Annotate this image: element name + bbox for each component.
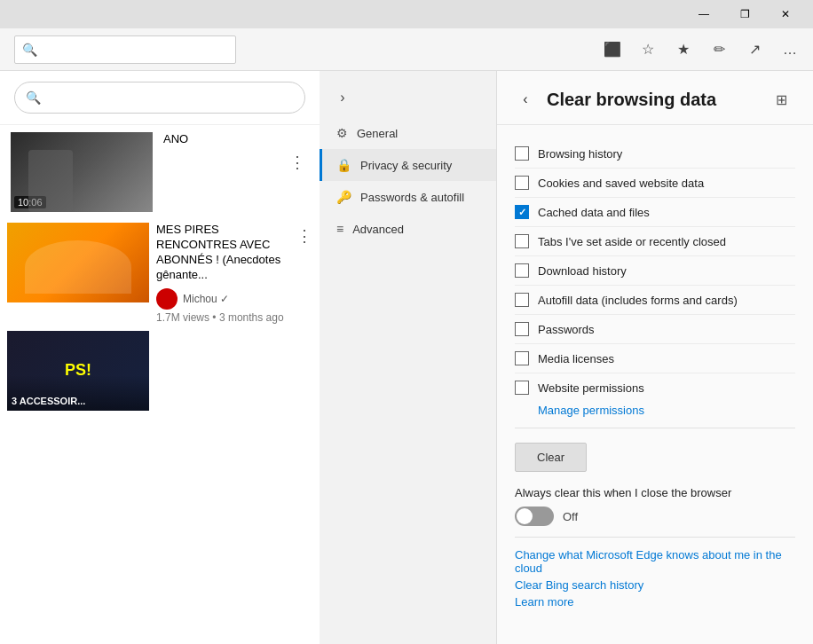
video-thumbnail[interactable]: PS! 3 ACCESSOIR... bbox=[7, 331, 149, 411]
links-section: Change what Microsoft Edge knows about m… bbox=[515, 548, 795, 609]
checkbox-8[interactable] bbox=[515, 381, 529, 395]
checkbox-label-3: Tabs I've set aside or recently closed bbox=[538, 235, 726, 248]
search-input[interactable]: 🔍 bbox=[14, 82, 305, 114]
checkbox-5[interactable] bbox=[515, 293, 529, 307]
panel-header: ‹ Clear browsing data ⊞ bbox=[497, 71, 813, 125]
panel-title: Clear browsing data bbox=[547, 90, 767, 110]
settings-sidebar: › ⚙General🔒Privacy & security🔑Passwords … bbox=[320, 71, 497, 644]
panel-back-button[interactable]: ‹ bbox=[511, 85, 540, 114]
channel-row: Michou ✓ bbox=[156, 288, 289, 310]
address-bar[interactable]: 🔍 bbox=[14, 35, 236, 64]
minimize-button[interactable]: — bbox=[683, 0, 724, 28]
toggle-section: Always clear this when I close the brows… bbox=[515, 486, 795, 526]
checkbox-item-4: Download history bbox=[515, 256, 795, 286]
video-stats: 1.7M views • 3 months ago bbox=[156, 311, 289, 324]
video-meta bbox=[156, 331, 312, 411]
checkbox-label-1: Cookies and saved website data bbox=[538, 177, 704, 190]
sidebar-item-passwords---autofill[interactable]: 🔑Passwords & autofill bbox=[320, 181, 496, 213]
main-content: 🔍 10:06 ANO ⋮ bbox=[0, 71, 813, 644]
list-item: 10:06 ANO ⋮ bbox=[0, 125, 320, 219]
more-options-icon[interactable]: ⋮ bbox=[289, 153, 305, 172]
panel-pin-button[interactable]: ⊞ bbox=[767, 85, 795, 114]
checkbox-item-5: Autofill data (includes forms and cards) bbox=[515, 286, 795, 315]
sidebar-nav: ⚙General🔒Privacy & security🔑Passwords & … bbox=[320, 117, 496, 245]
sidebar-icon: ≡ bbox=[336, 222, 343, 236]
checkbox-1[interactable] bbox=[515, 176, 529, 190]
sidebar-item-label: General bbox=[357, 127, 398, 140]
title-bar: — ❐ ✕ bbox=[0, 0, 813, 28]
video-title: MES PIRES RENCONTRES AVEC ABONNÉS ! (Ane… bbox=[156, 223, 289, 283]
favorites-icon[interactable]: ☆ bbox=[632, 34, 664, 66]
video-thumbnail[interactable] bbox=[7, 223, 149, 302]
checkbox-4[interactable] bbox=[515, 263, 529, 278]
checkbox-item-2: Cached data and files bbox=[515, 198, 795, 227]
clear-button[interactable]: Clear bbox=[515, 443, 587, 472]
learn-more-link[interactable]: Learn more bbox=[515, 595, 795, 609]
close-button[interactable]: ✕ bbox=[765, 0, 806, 28]
video-grid: 10:06 ANO ⋮ MES PIRES RENCONTRES AVEC AB… bbox=[0, 125, 320, 414]
more-options-icon[interactable]: ⋮ bbox=[296, 223, 312, 246]
video-meta: ANO ⋮ bbox=[163, 132, 309, 212]
collections-icon[interactable]: ★ bbox=[667, 34, 699, 66]
checkbox-item-1: Cookies and saved website data bbox=[515, 169, 795, 198]
checkbox-label-5: Autofill data (includes forms and cards) bbox=[538, 294, 738, 307]
browser-chrome: 🔍 ⬛ ☆ ★ ✏ ↗ … bbox=[0, 28, 813, 71]
clear-browsing-data-panel: ‹ Clear browsing data ⊞ Browsing history… bbox=[497, 71, 813, 644]
checkbox-7[interactable] bbox=[515, 351, 529, 365]
checkbox-item-0: Browsing history bbox=[515, 139, 795, 169]
toggle-knob bbox=[517, 508, 533, 524]
checkbox-item-8: Website permissions bbox=[515, 373, 795, 402]
sidebar-item-advanced[interactable]: ≡Advanced bbox=[320, 213, 496, 245]
always-clear-label: Always clear this when I close the brows… bbox=[515, 486, 795, 499]
sidebar-item-label: Passwords & autofill bbox=[360, 191, 464, 204]
checkbox-label-6: Passwords bbox=[538, 323, 595, 336]
divider bbox=[515, 428, 795, 428]
change-edge-data-link[interactable]: Change what Microsoft Edge knows about m… bbox=[515, 548, 795, 575]
toggle-row: Off bbox=[515, 507, 795, 526]
checkbox-2[interactable] bbox=[515, 205, 529, 219]
webpage-panel: 🔍 10:06 ANO ⋮ bbox=[0, 71, 320, 644]
sidebar-item-privacy---security[interactable]: 🔒Privacy & security bbox=[320, 149, 496, 181]
list-item: PS! 3 ACCESSOIR... bbox=[0, 327, 320, 414]
sidebar-icon: 🔑 bbox=[336, 190, 351, 204]
panel-body: Browsing historyCookies and saved websit… bbox=[497, 125, 813, 626]
sidebar-icon: ⚙ bbox=[336, 126, 348, 140]
search-bar-area: 🔍 bbox=[0, 71, 320, 125]
checkbox-6[interactable] bbox=[515, 322, 529, 336]
checkbox-3[interactable] bbox=[515, 234, 529, 248]
checkbox-label-8: Website permissions bbox=[538, 381, 644, 395]
checkbox-label-2: Cached data and files bbox=[538, 206, 650, 219]
share-icon[interactable]: ↗ bbox=[738, 34, 770, 66]
sidebar-icon: 🔒 bbox=[336, 158, 351, 172]
sidebar-collapse-button[interactable]: › bbox=[327, 82, 359, 114]
search-icon: 🔍 bbox=[22, 43, 37, 57]
sidebar-item-label: Advanced bbox=[352, 223, 404, 236]
checkbox-0[interactable] bbox=[515, 146, 529, 161]
sidebar-item-label: Privacy & security bbox=[360, 159, 452, 172]
sidebar-toggle-icon[interactable]: ⬛ bbox=[596, 34, 628, 66]
maximize-button[interactable]: ❐ bbox=[724, 0, 765, 28]
video-thumbnail[interactable]: 10:06 bbox=[11, 132, 153, 212]
divider-2 bbox=[515, 537, 795, 538]
video-title: ANO bbox=[163, 132, 309, 147]
video-meta: MES PIRES RENCONTRES AVEC ABONNÉS ! (Ane… bbox=[156, 223, 289, 324]
clear-bing-history-link[interactable]: Clear Bing search history bbox=[515, 578, 795, 592]
sidebar-item-general[interactable]: ⚙General bbox=[320, 117, 496, 149]
checkbox-item-3: Tabs I've set aside or recently closed bbox=[515, 227, 795, 256]
always-clear-toggle[interactable] bbox=[515, 507, 554, 526]
channel-name: Michou ✓ bbox=[183, 293, 229, 305]
checkbox-item-7: Media licenses bbox=[515, 344, 795, 373]
checkbox-label-0: Browsing history bbox=[538, 147, 622, 161]
toolbar-icons: ⬛ ☆ ★ ✏ ↗ … bbox=[596, 34, 806, 66]
avatar bbox=[156, 288, 178, 310]
more-icon[interactable]: … bbox=[774, 34, 806, 66]
list-item: MES PIRES RENCONTRES AVEC ABONNÉS ! (Ane… bbox=[0, 219, 320, 327]
pen-icon[interactable]: ✏ bbox=[703, 34, 735, 66]
checkbox-label-7: Media licenses bbox=[538, 352, 614, 365]
search-icon: 🔍 bbox=[26, 90, 41, 105]
checkbox-item-6: Passwords bbox=[515, 315, 795, 344]
manage-permissions-link[interactable]: Manage permissions bbox=[538, 404, 795, 417]
checkbox-label-4: Download history bbox=[538, 264, 627, 278]
toggle-state-label: Off bbox=[563, 510, 578, 523]
checkbox-list: Browsing historyCookies and saved websit… bbox=[515, 139, 795, 402]
